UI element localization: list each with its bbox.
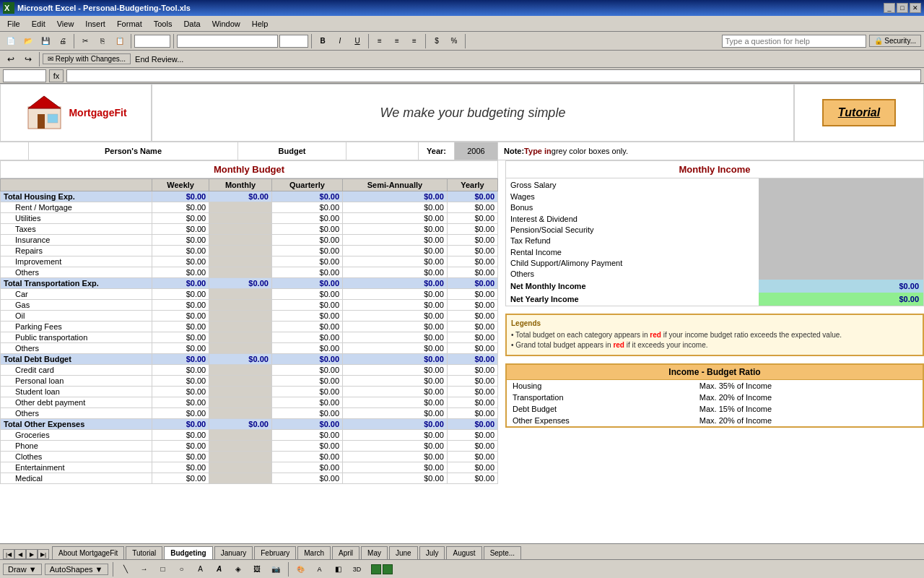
row-semi-7[interactable]: $0.00 — [343, 267, 448, 278]
menu-item-help[interactable]: Help — [246, 18, 274, 30]
row-quarterly-2[interactable]: $0.00 — [271, 213, 342, 224]
sheet-tab-budgeting[interactable]: Budgeting — [164, 546, 212, 559]
row-semi-13[interactable]: $0.00 — [343, 332, 448, 343]
row-semi-25[interactable]: $0.00 — [343, 462, 448, 473]
sheet-tab-june[interactable]: June — [389, 546, 418, 559]
row-semi-3[interactable]: $0.00 — [343, 224, 448, 235]
row-quarterly-23[interactable]: $0.00 — [271, 441, 342, 452]
italic-button[interactable]: I — [332, 33, 348, 49]
row-weekly-23[interactable]: $0.00 — [152, 441, 209, 452]
row-quarterly-13[interactable]: $0.00 — [271, 332, 342, 343]
row-weekly-25[interactable]: $0.00 — [152, 462, 209, 473]
row-weekly-16[interactable]: $0.00 — [152, 365, 209, 376]
row-semi-16[interactable]: $0.00 — [343, 365, 448, 376]
save-button[interactable]: 💾 — [38, 33, 53, 49]
row-yearly-3[interactable]: $0.00 — [447, 224, 497, 235]
fill-color-button[interactable]: 🎨 — [293, 561, 309, 577]
row-quarterly-16[interactable]: $0.00 — [271, 365, 342, 376]
currency-button[interactable]: $ — [429, 33, 445, 49]
row-yearly-20[interactable]: $0.00 — [447, 408, 497, 419]
percent-button[interactable]: % — [446, 33, 462, 49]
row-weekly-1[interactable]: $0.00 — [152, 202, 209, 213]
diagram-button[interactable]: ◈ — [230, 561, 246, 577]
sheet-tab-april[interactable]: April — [332, 546, 359, 559]
draw-button[interactable]: Draw ▼ — [3, 564, 42, 575]
reply-changes-button[interactable]: ✉ Reply with Changes... — [43, 53, 131, 64]
row-monthly-5[interactable] — [209, 246, 272, 256]
row-monthly-19[interactable] — [209, 397, 272, 408]
print-button[interactable]: 🖨 — [55, 33, 71, 49]
wordart-button[interactable]: A — [212, 561, 227, 577]
row-quarterly-3[interactable]: $0.00 — [271, 224, 342, 235]
sheet-tab-january[interactable]: January — [214, 546, 253, 559]
row-quarterly-25[interactable]: $0.00 — [271, 462, 342, 473]
row-quarterly-12[interactable]: $0.00 — [271, 322, 342, 332]
row-yearly-13[interactable]: $0.00 — [447, 332, 497, 343]
bold-button[interactable]: B — [315, 33, 331, 49]
row-yearly-25[interactable]: $0.00 — [447, 462, 497, 473]
row-semi-12[interactable]: $0.00 — [343, 322, 448, 332]
new-button[interactable]: 📄 — [3, 33, 19, 49]
rect-button[interactable]: □ — [155, 561, 171, 577]
row-semi-19[interactable]: $0.00 — [343, 397, 448, 408]
row-semi-4[interactable]: $0.00 — [343, 235, 448, 246]
arrow-button[interactable]: → — [136, 561, 152, 577]
row-quarterly-6[interactable]: $0.00 — [271, 256, 342, 267]
row-weekly-24[interactable]: $0.00 — [152, 452, 209, 462]
row-weekly-18[interactable]: $0.00 — [152, 387, 209, 397]
row-weekly-9[interactable]: $0.00 — [152, 289, 209, 300]
row-yearly-12[interactable]: $0.00 — [447, 322, 497, 332]
row-monthly-2[interactable] — [209, 213, 272, 224]
tutorial-button[interactable]: Tutorial — [822, 99, 896, 126]
align-center-button[interactable]: ≡ — [389, 33, 405, 49]
sheet-tab-august[interactable]: August — [446, 546, 481, 559]
row-weekly-7[interactable]: $0.00 — [152, 267, 209, 278]
row-quarterly-5[interactable]: $0.00 — [271, 246, 342, 256]
cut-button[interactable]: ✂ — [77, 33, 93, 49]
row-semi-20[interactable]: $0.00 — [343, 408, 448, 419]
font-size-selector[interactable]: 10 — [279, 35, 308, 48]
row-semi-6[interactable]: $0.00 — [343, 256, 448, 267]
menu-item-data[interactable]: Data — [178, 18, 206, 30]
row-monthly-23[interactable] — [209, 441, 272, 452]
row-monthly-26[interactable] — [209, 473, 272, 484]
row-yearly-22[interactable]: $0.00 — [447, 430, 497, 441]
row-yearly-24[interactable]: $0.00 — [447, 452, 497, 462]
row-semi-23[interactable]: $0.00 — [343, 441, 448, 452]
row-monthly-9[interactable] — [209, 289, 272, 300]
menu-item-edit[interactable]: Edit — [26, 18, 51, 30]
row-semi-2[interactable]: $0.00 — [343, 213, 448, 224]
row-yearly-1[interactable]: $0.00 — [447, 202, 497, 213]
paste-button[interactable]: 📋 — [112, 33, 128, 49]
row-semi-1[interactable]: $0.00 — [343, 202, 448, 213]
row-weekly-3[interactable]: $0.00 — [152, 224, 209, 235]
textbox-button[interactable]: A — [193, 561, 209, 577]
row-semi-5[interactable]: $0.00 — [343, 246, 448, 256]
row-monthly-22[interactable] — [209, 430, 272, 441]
underline-button[interactable]: U — [349, 33, 365, 49]
row-quarterly-20[interactable]: $0.00 — [271, 408, 342, 419]
oval-button[interactable]: ○ — [174, 561, 190, 577]
sheet-tab-about-mortgagefit[interactable]: About MortgageFit — [52, 546, 124, 559]
row-monthly-16[interactable] — [209, 365, 272, 376]
row-quarterly-24[interactable]: $0.00 — [271, 452, 342, 462]
formula-input[interactable] — [66, 69, 921, 82]
font-color-button[interactable]: A — [312, 561, 328, 577]
row-monthly-17[interactable] — [209, 376, 272, 387]
fx-button[interactable]: fx — [49, 69, 64, 82]
redo-button[interactable]: ↪ — [20, 51, 36, 67]
tab-first-button[interactable]: |◀ — [3, 549, 14, 559]
row-quarterly-26[interactable]: $0.00 — [271, 473, 342, 484]
undo-button[interactable]: ↩ — [3, 51, 19, 67]
row-monthly-18[interactable] — [209, 387, 272, 397]
3d-button[interactable]: 3D — [349, 561, 365, 577]
row-yearly-14[interactable]: $0.00 — [447, 343, 497, 354]
sheet-tab-may[interactable]: May — [361, 546, 388, 559]
row-monthly-10[interactable] — [209, 300, 272, 311]
row-weekly-22[interactable]: $0.00 — [152, 430, 209, 441]
ask-question-input[interactable] — [722, 35, 866, 48]
menu-item-window[interactable]: Window — [206, 18, 246, 30]
row-monthly-13[interactable] — [209, 332, 272, 343]
row-weekly-20[interactable]: $0.00 — [152, 408, 209, 419]
copy-button[interactable]: ⎘ — [95, 33, 110, 49]
